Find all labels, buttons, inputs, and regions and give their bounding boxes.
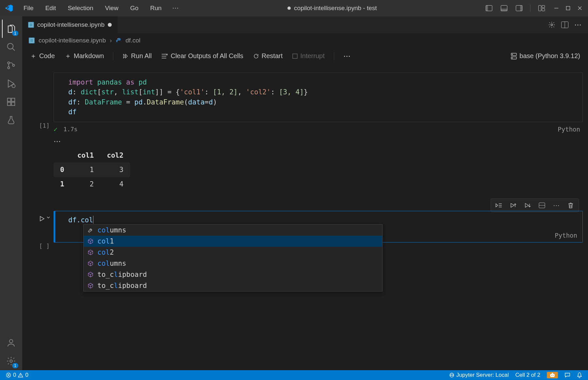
- source-control-icon[interactable]: [2, 56, 20, 74]
- svg-rect-17: [8, 102, 11, 105]
- dirty-indicator-icon: [287, 7, 291, 10]
- search-icon[interactable]: [2, 38, 20, 56]
- maximize-icon[interactable]: [563, 5, 574, 12]
- minimize-icon[interactable]: [551, 5, 562, 12]
- add-code-cell-button[interactable]: ＋Code: [26, 50, 59, 62]
- cell-position-status[interactable]: Cell 2 of 2: [512, 370, 544, 380]
- add-markdown-cell-button[interactable]: ＋Markdown: [61, 50, 108, 62]
- problems-status[interactable]: 0 0: [3, 370, 32, 380]
- warning-icon: [18, 372, 23, 378]
- kernel-selector[interactable]: base (Python 3.9.12): [507, 51, 584, 61]
- cell-toolbar: ⋯: [491, 198, 579, 212]
- execute-above-icon[interactable]: [506, 199, 520, 211]
- feedback-icon[interactable]: [561, 370, 574, 380]
- split-editor-icon[interactable]: [561, 22, 568, 28]
- restart-button[interactable]: Restart: [249, 51, 286, 61]
- execution-status: ✓ 1.7s Python: [54, 122, 583, 136]
- chevron-down-icon[interactable]: [46, 215, 50, 219]
- toggle-panel-icon[interactable]: [498, 4, 511, 12]
- tab-notebook[interactable]: copilot-intellisense.ipynb: [22, 16, 118, 33]
- close-icon[interactable]: [574, 5, 585, 12]
- editor-area: copilot-intellisense.ipynb ⋯ copilot-int…: [22, 16, 588, 370]
- breadcrumb-file[interactable]: copilot-intellisense.ipynb: [39, 37, 106, 44]
- menu-selection[interactable]: Selection: [63, 3, 98, 13]
- jupyter-server-status[interactable]: Jupyter Server: Local: [446, 370, 512, 380]
- cube-icon: [87, 283, 94, 289]
- svg-point-12: [8, 67, 9, 69]
- explorer-icon[interactable]: 1: [2, 20, 20, 38]
- run-cell-button[interactable]: [27, 211, 54, 243]
- run-debug-icon[interactable]: [2, 74, 20, 93]
- cube-icon: [87, 238, 94, 244]
- svg-rect-1: [486, 6, 488, 11]
- clear-outputs-button[interactable]: Clear Outputs of All Cells: [157, 51, 247, 61]
- toggle-primary-sidebar-icon[interactable]: [482, 4, 496, 12]
- menu-view[interactable]: View: [101, 3, 123, 13]
- breadcrumb[interactable]: copilot-intellisense.ipynb › df.col: [22, 33, 588, 48]
- testing-icon[interactable]: [2, 111, 20, 129]
- restart-icon: [253, 53, 259, 59]
- copilot-status[interactable]: [544, 370, 561, 380]
- menu-file[interactable]: File: [19, 3, 38, 13]
- cell-overflow-icon[interactable]: ⋯: [549, 199, 564, 211]
- success-check-icon: ✓: [54, 125, 57, 133]
- code-editor[interactable]: import pandas as pd d: dict[str, list[in…: [54, 72, 583, 122]
- menu-overflow-icon[interactable]: ⋯: [169, 3, 182, 13]
- svg-point-35: [551, 375, 552, 376]
- suggestion-item[interactable]: columns: [84, 225, 382, 236]
- plus-icon: ＋: [30, 52, 37, 60]
- menu-go[interactable]: Go: [125, 3, 143, 13]
- suggestion-label: columns: [97, 260, 126, 267]
- extensions-icon[interactable]: [2, 93, 20, 111]
- toolbar-overflow-icon[interactable]: ⋯: [339, 51, 354, 62]
- jupyter-icon: [449, 372, 454, 378]
- customize-layout-icon[interactable]: [535, 4, 548, 12]
- notebook-cell: ⋯ df.col columnscol1col2columnsto_clipbo…: [27, 211, 583, 249]
- delete-cell-icon[interactable]: [564, 199, 578, 211]
- split-cell-icon[interactable]: [535, 199, 549, 211]
- svg-rect-37: [552, 373, 553, 374]
- svg-point-11: [8, 62, 9, 64]
- code-editor[interactable]: df.col columnscol1col2columnsto_clipboar…: [54, 211, 582, 229]
- wrench-icon: [87, 227, 94, 233]
- menu-run[interactable]: Run: [146, 3, 166, 13]
- tab-bar: copilot-intellisense.ipynb ⋯: [22, 16, 588, 33]
- notebook-settings-icon[interactable]: [548, 21, 555, 28]
- notifications-icon[interactable]: [574, 370, 585, 380]
- suggestion-label: to_clipboard: [97, 282, 147, 290]
- suggestion-item[interactable]: columns: [84, 258, 382, 269]
- svg-rect-7: [542, 6, 545, 8]
- svg-rect-15: [8, 98, 11, 102]
- svg-rect-6: [539, 6, 541, 11]
- layout-controls: [482, 4, 548, 12]
- menu-edit[interactable]: Edit: [41, 3, 61, 13]
- svg-point-20: [10, 360, 12, 362]
- suggestion-item[interactable]: col1: [84, 236, 382, 247]
- editor-overflow-icon[interactable]: ⋯: [574, 21, 581, 29]
- execute-below-icon[interactable]: [520, 199, 535, 211]
- run-all-button[interactable]: Run All: [119, 51, 155, 61]
- output-menu-icon[interactable]: ⋯: [54, 136, 583, 148]
- svg-point-14: [12, 85, 15, 88]
- suggestion-label: columns: [97, 226, 126, 234]
- toggle-secondary-sidebar-icon[interactable]: [513, 4, 526, 12]
- suggestion-label: col1: [97, 237, 114, 245]
- suggestion-item[interactable]: to_clipboard: [84, 280, 382, 291]
- active-cell: df.col columnscol1col2columnsto_clipboar…: [54, 211, 583, 243]
- cube-icon: [87, 272, 94, 277]
- cell-language[interactable]: Python: [555, 232, 580, 239]
- settings-gear-icon[interactable]: 1: [2, 352, 20, 370]
- cell-language[interactable]: Python: [558, 126, 583, 133]
- suggestion-item[interactable]: col2: [84, 247, 382, 258]
- accounts-icon[interactable]: [2, 334, 20, 352]
- cube-icon: [87, 249, 94, 255]
- suggestion-item[interactable]: to_clipboard: [84, 269, 382, 280]
- notebook-toolbar: ＋Code ＋Markdown Run All Clear Outputs of…: [22, 48, 588, 65]
- title-bar: File Edit Selection View Go Run ⋯ copilo…: [0, 0, 588, 16]
- notebook-body[interactable]: import pandas as pd d: dict[str, list[in…: [22, 65, 588, 370]
- notebook-file-icon: [28, 22, 34, 28]
- interrupt-button: Interrupt: [288, 51, 328, 61]
- run-by-line-icon[interactable]: [492, 199, 506, 211]
- svg-point-36: [553, 375, 553, 376]
- breadcrumb-symbol[interactable]: df.col: [125, 37, 140, 44]
